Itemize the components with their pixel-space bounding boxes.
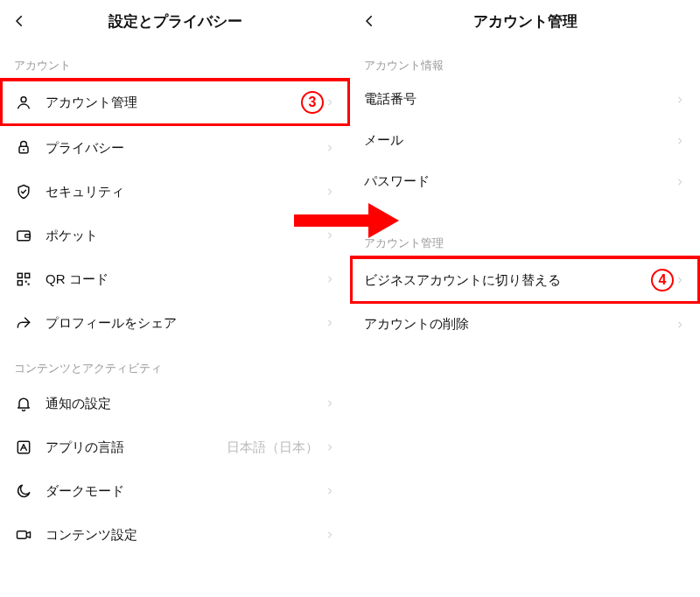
lock-icon [14,138,33,158]
chevron-right-icon [324,397,336,410]
chevron-right-icon [324,273,336,285]
row-language[interactable]: アプリの言語 日本語（日本） [0,425,350,469]
label-phone: 電話番号 [364,91,674,108]
svg-rect-11 [18,531,27,538]
wallet-icon [14,226,33,245]
language-icon [14,438,33,457]
back-button-right[interactable] [359,11,380,32]
label-delete-account: アカウントの削除 [364,316,674,333]
page-title-right: アカウント管理 [473,11,578,32]
svg-rect-5 [18,273,22,277]
label-qr: QR コード [46,271,324,288]
chevron-right-icon [674,135,686,147]
chevron-right-icon [324,96,336,109]
row-delete-account[interactable]: アカウントの削除 [350,304,700,345]
label-dark-mode: ダークモード [46,483,324,500]
svg-rect-8 [25,281,27,283]
row-password[interactable]: パスワード [350,161,700,202]
label-password: パスワード [364,173,674,190]
svg-rect-10 [18,441,29,453]
row-business-switch[interactable]: ビジネスアカウントに切り替える 4 [350,256,700,304]
callout-4: 4 [651,269,674,291]
moon-icon [14,481,33,501]
chevron-right-icon [324,485,336,497]
chevron-right-icon [674,94,686,106]
annotation-arrow [294,203,399,238]
settings-pane: 設定とプライバシー アカウント アカウント管理 3 プライバシー [0,0,350,597]
section-header-content: コンテンツとアクティビティ [0,345,350,382]
svg-rect-6 [25,273,30,277]
label-pocket: ポケット [46,228,324,244]
label-security: セキュリティ [46,184,324,200]
callout-3: 3 [301,91,324,114]
header-left: 設定とプライバシー [0,0,350,42]
person-icon [14,93,33,112]
svg-marker-13 [368,203,399,238]
svg-rect-3 [18,231,30,241]
label-language: アプリの言語 [46,439,227,456]
row-share[interactable]: プロフィールをシェア [0,301,350,345]
back-button-left[interactable] [9,11,30,32]
bell-icon [14,394,33,413]
svg-rect-12 [294,214,368,227]
row-notifications[interactable]: 通知の設定 [0,382,350,425]
section-header-account: アカウント [0,42,350,79]
label-share: プロフィールをシェア [46,315,324,332]
chevron-right-icon [324,317,336,329]
video-icon [14,525,33,544]
section-header-account-info: アカウント情報 [350,42,700,79]
row-content-settings[interactable]: コンテンツ設定 [0,513,350,557]
header-right: アカウント管理 [350,0,700,42]
chevron-right-icon [324,529,336,541]
value-language: 日本語（日本） [227,439,318,456]
account-manage-pane: アカウント管理 アカウント情報 電話番号 メール パスワード アカウント管理 ビ… [350,0,700,597]
chevron-right-icon [674,176,686,188]
shield-icon [14,182,33,201]
label-notifications: 通知の設定 [46,396,324,412]
svg-point-2 [23,149,24,151]
row-dark-mode[interactable]: ダークモード [0,469,350,513]
row-email[interactable]: メール [350,120,700,161]
row-phone[interactable]: 電話番号 [350,79,700,120]
chevron-right-icon [324,186,336,198]
row-privacy[interactable]: プライバシー [0,126,350,170]
chevron-right-icon [324,142,336,154]
chevron-right-icon [324,441,336,453]
share-icon [14,313,33,333]
label-privacy: プライバシー [46,140,324,157]
label-content-settings: コンテンツ設定 [46,527,324,544]
label-business-switch: ビジネスアカウントに切り替える [364,272,644,289]
page-title-left: 設定とプライバシー [108,11,242,32]
chevron-right-icon [674,274,686,286]
label-email: メール [364,132,674,149]
section-header-account-manage: アカウント管理 [350,220,700,256]
label-account-manage: アカウント管理 [46,95,294,111]
row-account-manage[interactable]: アカウント管理 3 [0,79,350,126]
chevron-right-icon [674,319,686,331]
row-qr[interactable]: QR コード [0,257,350,301]
qr-icon [14,270,33,289]
svg-point-0 [21,97,26,102]
svg-rect-9 [28,284,30,285]
svg-rect-7 [18,281,22,285]
